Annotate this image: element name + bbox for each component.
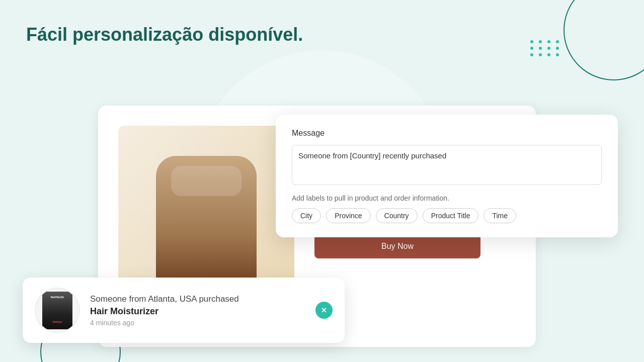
label-country[interactable]: Country (376, 208, 418, 223)
buy-now-button[interactable]: Buy Now (314, 234, 480, 258)
bg-circle-top-right (564, 0, 644, 80)
notif-product-image (42, 292, 72, 329)
label-tags: City Province Country Product Title Time (292, 208, 602, 223)
add-labels-text: Add labels to pull in product and order … (292, 194, 602, 202)
notif-purchase-label: Someone from Atlanta, USA purchased (90, 294, 239, 304)
product-image (156, 156, 257, 287)
label-province[interactable]: Province (326, 208, 370, 223)
message-panel: Message Someone from [Country] recently … (276, 115, 618, 237)
label-product-title[interactable]: Product Title (423, 208, 479, 223)
notif-time: 4 minutes ago (90, 319, 305, 327)
label-time[interactable]: Time (484, 208, 516, 223)
page-headline: Fácil personalização disponível. (26, 24, 303, 45)
notif-content: Someone from Atlanta, USA purchased Hair… (90, 294, 305, 327)
label-city[interactable]: City (292, 208, 321, 223)
close-icon: × (321, 305, 327, 316)
message-textarea[interactable]: Someone from [Country] recently purchase… (292, 145, 602, 185)
notif-avatar (35, 288, 80, 333)
notif-purchase-text: Someone from Atlanta, USA purchased (90, 294, 305, 304)
notification-popup: Someone from Atlanta, USA purchased Hair… (23, 278, 345, 343)
message-panel-title: Message (292, 129, 602, 138)
bg-dots (530, 40, 561, 56)
notif-product-name: Hair Moisturizer (90, 306, 305, 317)
notif-close-button[interactable]: × (315, 302, 333, 319)
